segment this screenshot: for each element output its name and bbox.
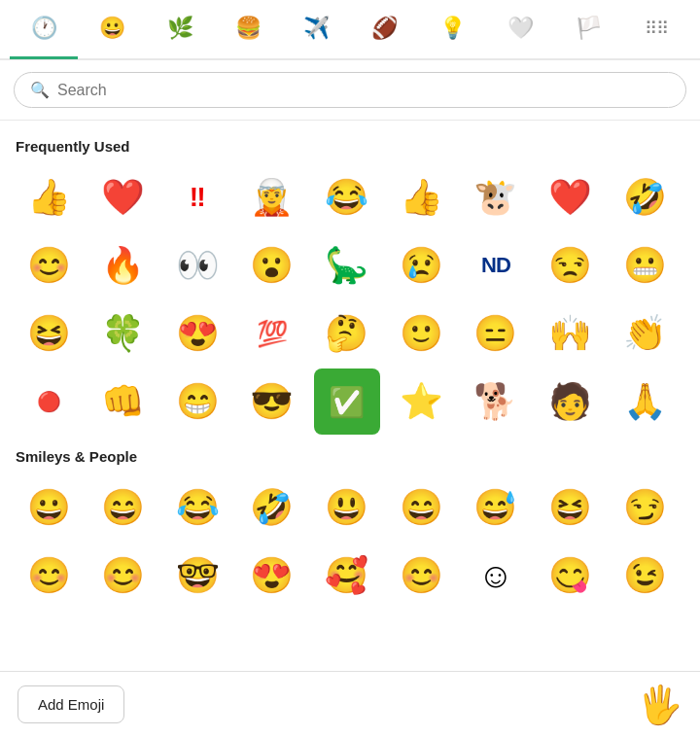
emoji-smile2[interactable]: 😄 (388, 474, 454, 541)
emoji-fist[interactable]: 👊 (90, 368, 157, 435)
emoji-redheart[interactable]: ❤️ (538, 164, 604, 230)
emoji-heartseyes[interactable]: 😍 (164, 300, 230, 367)
cat-sports[interactable]: 🏈 (350, 0, 418, 59)
emoji-sunglasses[interactable]: 😎 (239, 368, 305, 435)
emoji-fire[interactable]: 🔥 (90, 232, 157, 298)
emoji-grimace[interactable]: 😬 (612, 232, 678, 298)
bottom-bar: Add Emoji 🖐️ (0, 671, 700, 737)
emoji-joy[interactable]: 😂 (164, 474, 230, 541)
search-input[interactable] (57, 82, 670, 99)
emoji-hearts-eyes[interactable]: 😍 (239, 543, 305, 609)
emoji-thinking[interactable]: 🤔 (314, 300, 380, 367)
emoji-100[interactable]: 💯 (239, 300, 305, 367)
section-title-frequently-used: Frequently Used (16, 138, 684, 155)
emoji-yum[interactable]: 😋 (538, 543, 604, 609)
emoji-smirk[interactable]: 😏 (612, 474, 678, 541)
emoji-bangbang[interactable]: ‼ (164, 164, 230, 230)
search-bar: 🔍 (0, 60, 700, 121)
search-wrapper: 🔍 (14, 72, 686, 108)
cat-travel[interactable]: ✈️ (282, 0, 350, 59)
emoji-surprised[interactable]: 😮 (239, 232, 305, 298)
cat-flags[interactable]: 🏳️ (554, 0, 622, 59)
cat-recent[interactable]: 🕐 (10, 0, 78, 59)
emoji-melt[interactable]: 🥰 (314, 543, 380, 609)
emoji-biggrin[interactable]: 😄 (90, 474, 157, 541)
emoji-laughing[interactable]: 😆 (538, 474, 604, 541)
category-nav: 🕐 😀 🌿 🍔 ✈️ 🏈 💡 🤍 🏳️ ⠿⠿ (0, 0, 700, 60)
emoji-thumbsup[interactable]: 👍 (16, 164, 82, 230)
emoji-nd[interactable]: ND (463, 232, 529, 298)
cat-custom[interactable]: ⠿⠿ (622, 0, 690, 59)
emoji-content: Frequently Used 👍 ❤️ ‼ 🧝 😂 👍 🐮 ❤️ 🤣 😊 🔥 … (0, 121, 700, 677)
emoji-rofl[interactable]: 🤣 (612, 164, 678, 230)
emoji-rofl2[interactable]: 🤣 (239, 474, 305, 541)
cat-plants[interactable]: 🌿 (146, 0, 214, 59)
emoji-dino[interactable]: 🦕 (314, 232, 380, 298)
emoji-blush[interactable]: 😊 (388, 543, 454, 609)
emoji-person[interactable]: 🧑 (538, 368, 604, 435)
emoji-heart[interactable]: ❤️ (90, 164, 157, 230)
emoji-grinning[interactable]: 😀 (16, 474, 82, 541)
add-emoji-button[interactable]: Add Emoji (18, 685, 124, 723)
emoji-eyes[interactable]: 👀 (164, 232, 230, 298)
wave-emoji[interactable]: 🖐️ (637, 684, 682, 726)
emoji-nerd[interactable]: 🤓 (164, 543, 230, 609)
emoji-easybtn[interactable]: 🔴 (16, 368, 82, 435)
cat-symbols[interactable]: 🤍 (486, 0, 554, 59)
emoji-check[interactable]: ✅ (314, 368, 380, 435)
emoji-grin[interactable]: 😆 (16, 300, 82, 367)
emoji-cow[interactable]: 🐮 (463, 164, 529, 230)
emoji-neutral[interactable]: 🙂 (388, 300, 454, 367)
emoji-clap[interactable]: 👏 (612, 300, 678, 367)
emoji-star[interactable]: ⭐ (388, 368, 454, 435)
cat-objects[interactable]: 💡 (418, 0, 486, 59)
emoji-blankface[interactable]: 😑 (463, 300, 529, 367)
cat-food[interactable]: 🍔 (214, 0, 282, 59)
emoji-beam[interactable]: 😁 (164, 368, 230, 435)
emoji-dog[interactable]: 🐕 (463, 368, 529, 435)
smileys-people-grid: 😀 😄 😂 🤣 😃 😄 😅 😆 😏 😊 😊 🤓 😍 🥰 😊 ☺️ 😋 😉 (16, 474, 684, 609)
frequently-used-grid: 👍 ❤️ ‼ 🧝 😂 👍 🐮 ❤️ 🤣 😊 🔥 👀 😮 🦕 😢 ND 😒 😬 😆… (16, 164, 684, 435)
emoji-smiley2[interactable]: 😊 (16, 543, 82, 609)
emoji-unamused[interactable]: 😒 (538, 232, 604, 298)
emoji-sweat-smile[interactable]: 😅 (463, 474, 529, 541)
emoji-smiley3[interactable]: 😊 (90, 543, 157, 609)
emoji-raisehands[interactable]: 🙌 (538, 300, 604, 367)
emoji-pray[interactable]: 🙏 (612, 368, 678, 435)
emoji-wink[interactable]: 😉 (612, 543, 678, 609)
emoji-smiley[interactable]: 😃 (314, 474, 380, 541)
emoji-cry[interactable]: 😢 (388, 232, 454, 298)
emoji-thumbsup2[interactable]: 👍 (388, 164, 454, 230)
search-icon: 🔍 (30, 81, 50, 99)
section-title-smileys: Smileys & People (16, 448, 684, 465)
emoji-smile[interactable]: 😊 (16, 232, 82, 298)
emoji-lol[interactable]: 😂 (314, 164, 380, 230)
emoji-clover[interactable]: 🍀 (90, 300, 157, 367)
cat-smileys[interactable]: 😀 (78, 0, 146, 59)
emoji-elf[interactable]: 🧝 (239, 164, 305, 230)
emoji-relaxed[interactable]: ☺️ (463, 543, 529, 609)
